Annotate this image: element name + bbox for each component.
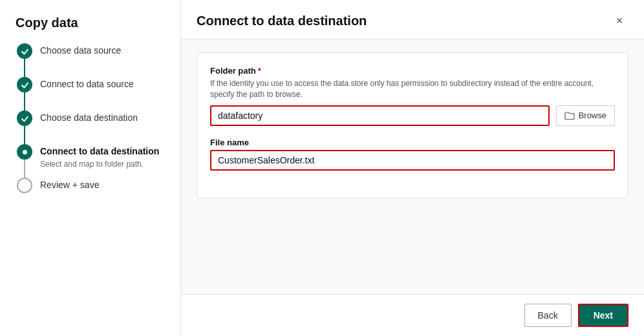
file-name-label: File name <box>210 138 615 147</box>
required-star: * <box>258 66 261 76</box>
main-header: Connect to data destination × <box>181 0 644 39</box>
step-item-review-save: Review + save <box>16 178 180 196</box>
step-label-4: Connect to data destination <box>40 145 159 158</box>
folder-path-description: If the identity you use to access the da… <box>210 78 615 100</box>
main-footer: Back Next <box>181 294 644 336</box>
back-button[interactable]: Back <box>524 304 572 327</box>
svg-point-0 <box>23 150 27 154</box>
step-circle-5 <box>17 178 32 193</box>
step-item-connect-destination: Connect to data destination Select and m… <box>16 144 180 178</box>
step-line-3 <box>24 126 25 144</box>
next-button[interactable]: Next <box>578 304 628 327</box>
step-list: Choose data source Connect to data sourc… <box>0 43 180 196</box>
sidebar-title: Copy data <box>0 16 180 43</box>
step-item-connect-data-source: Connect to data source <box>16 77 180 110</box>
close-button[interactable]: × <box>610 12 628 30</box>
copy-data-dialog: Copy data Choose data source <box>0 0 644 336</box>
main-title: Connect to data destination <box>197 14 367 28</box>
folder-path-input[interactable] <box>210 105 550 126</box>
browse-button[interactable]: Browse <box>556 105 615 126</box>
step-label-1: Choose data source <box>40 45 121 58</box>
form-card: Folder path * If the identity you use to… <box>197 52 628 198</box>
sidebar: Copy data Choose data source <box>0 0 181 336</box>
folder-path-label: Folder path * <box>210 66 615 76</box>
step-line-4 <box>24 160 25 178</box>
folder-path-row: Browse <box>210 105 615 126</box>
browse-label: Browse <box>579 110 606 120</box>
step-item-choose-destination: Choose data destination <box>16 110 180 144</box>
step-circle-1 <box>17 43 32 59</box>
step-circle-2 <box>17 77 32 92</box>
file-name-row <box>210 150 615 171</box>
step-label-5: Review + save <box>40 179 99 192</box>
step-label-2: Connect to data source <box>40 78 134 91</box>
folder-icon <box>564 111 575 120</box>
step-circle-4 <box>17 144 32 160</box>
step-label-3: Choose data destination <box>40 112 138 125</box>
step-sublabel-4: Select and map to folder path. <box>40 160 159 169</box>
main-body: Folder path * If the identity you use to… <box>181 39 644 294</box>
file-name-group: File name <box>210 138 615 171</box>
step-item-choose-data-source: Choose data source <box>16 43 180 77</box>
step-line-1 <box>24 59 25 77</box>
file-name-input[interactable] <box>210 150 615 171</box>
step-line-2 <box>24 92 25 110</box>
main-panel: Connect to data destination × Folder pat… <box>181 0 644 336</box>
step-circle-3 <box>17 110 32 126</box>
folder-path-group: Folder path * If the identity you use to… <box>210 66 615 126</box>
